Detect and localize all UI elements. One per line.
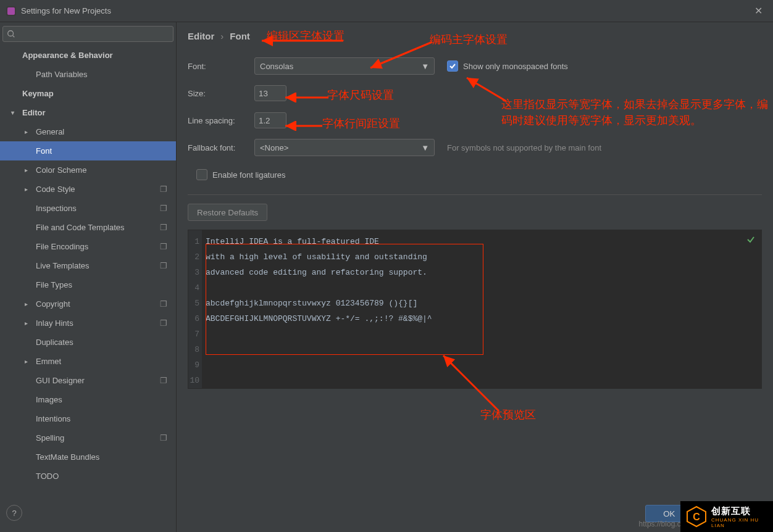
tree-item-label: Emmet <box>36 357 61 366</box>
titlebar: Settings for New Projects ✕ <box>0 0 773 22</box>
settings-tree: Appearance & BehaviorPath VariablesKeyma… <box>0 46 176 532</box>
ligatures-label: Enable font ligatures <box>212 170 286 180</box>
tree-item-label: General <box>36 127 64 136</box>
tree-item-label: Duplicates <box>36 338 73 347</box>
svg-point-2 <box>8 31 14 36</box>
tree-item-label: Code Style <box>36 185 75 194</box>
tree-item-label: Color Scheme <box>36 165 86 175</box>
sidebar-item-inlay-hints[interactable]: ▸Inlay Hints❐ <box>0 314 176 333</box>
tree-item-label: Font <box>36 146 52 156</box>
sidebar-item-live-templates[interactable]: Live Templates❐ <box>0 256 176 275</box>
show-monospaced-label: Show only monospaced fonts <box>463 62 568 71</box>
scheme-stack-icon: ❐ <box>160 223 167 232</box>
tree-item-label: File Encodings <box>36 242 88 251</box>
close-icon[interactable]: ✕ <box>750 5 767 17</box>
sidebar-item-code-style[interactable]: ▸Code Style❐ <box>0 180 176 199</box>
sidebar-item-duplicates[interactable]: Duplicates <box>0 333 176 352</box>
svg-text:C: C <box>693 512 700 522</box>
fallback-font-value: <None> <box>260 143 288 152</box>
preview-gutter: 12345678910 <box>188 230 202 388</box>
tree-item-label: Intentions <box>36 414 70 423</box>
tree-item-label: GUI Designer <box>36 376 85 385</box>
sidebar-item-emmet[interactable]: ▸Emmet <box>0 352 176 371</box>
preview-code: IntelliJ IDEA is a full-featured IDE wit… <box>202 230 436 388</box>
fallback-note: For symbols not supported by the main fo… <box>447 143 601 152</box>
line-spacing-input[interactable] <box>254 112 286 128</box>
size-input[interactable] <box>254 85 286 101</box>
sidebar-item-font[interactable]: Font <box>0 141 176 160</box>
sidebar-item-path-variables[interactable]: Path Variables <box>0 65 176 84</box>
sidebar-item-general[interactable]: ▸General <box>0 122 176 141</box>
fallback-font-select[interactable]: <None> ▼ <box>254 139 435 156</box>
sidebar-item-copyright[interactable]: ▸Copyright❐ <box>0 294 176 314</box>
scheme-stack-icon: ❐ <box>160 318 167 328</box>
sidebar-item-file-encodings[interactable]: File Encodings❐ <box>0 237 176 256</box>
tree-item-label: Images <box>36 395 62 404</box>
sidebar-item-appearance-behavior[interactable]: Appearance & Behavior <box>0 46 176 65</box>
sidebar-item-spelling[interactable]: Spelling❐ <box>0 428 176 447</box>
window-title: Settings for New Projects <box>21 6 111 15</box>
scheme-stack-icon: ❐ <box>160 261 167 270</box>
font-select[interactable]: Consolas ▼ <box>254 57 435 75</box>
sidebar-item-file-and-code-templates[interactable]: File and Code Templates❐ <box>0 218 176 237</box>
font-value: Consolas <box>260 62 293 71</box>
tree-item-label: Keymap <box>22 89 54 98</box>
breadcrumb-current: Font <box>230 31 249 41</box>
chevron-down-icon: ▼ <box>421 62 429 71</box>
divider <box>188 194 762 195</box>
sidebar-item-file-types[interactable]: File Types <box>0 275 176 294</box>
sidebar-item-textmate-bundles[interactable]: TextMate Bundles <box>0 447 176 467</box>
tree-item-label: Spelling <box>36 433 64 443</box>
scheme-stack-icon: ❐ <box>160 242 167 251</box>
tree-item-label: TODO <box>36 472 59 481</box>
tree-item-label: Live Templates <box>36 261 89 270</box>
show-monospaced-checkbox[interactable] <box>447 60 458 72</box>
font-preview: 12345678910 IntelliJ IDEA is a full-feat… <box>188 230 762 389</box>
sidebar-item-color-scheme[interactable]: ▸Color Scheme <box>0 160 176 180</box>
scheme-stack-icon: ❐ <box>160 376 167 385</box>
tree-item-label: File and Code Templates <box>36 223 125 232</box>
scheme-stack-icon: ❐ <box>160 185 167 194</box>
chevron-down-icon: ▼ <box>421 143 429 152</box>
logo-text-cn: 创新互联 <box>711 505 773 517</box>
tree-arrow-icon: ▸ <box>25 167 33 173</box>
tree-item-label: Copyright <box>36 299 70 309</box>
size-label: Size: <box>188 89 254 98</box>
sidebar-item-keymap[interactable]: Keymap <box>0 84 176 103</box>
help-button[interactable]: ? <box>6 505 22 521</box>
sidebar-item-intentions[interactable]: Intentions <box>0 409 176 428</box>
tree-arrow-icon: ▸ <box>25 301 33 307</box>
tree-arrow-icon: ▸ <box>25 128 33 135</box>
fallback-font-label: Fallback font: <box>188 143 254 152</box>
tree-item-label: File Types <box>36 280 72 289</box>
svg-line-3 <box>13 36 15 38</box>
tree-arrow-icon: ▸ <box>25 186 33 193</box>
logo-badge: C 创新互联 CHUANG XIN HU LIAN <box>680 501 773 532</box>
tree-item-label: Inlay Hints <box>36 318 73 328</box>
search-input[interactable] <box>2 26 173 42</box>
logo-text-py: CHUANG XIN HU LIAN <box>711 517 773 528</box>
font-label: Font: <box>188 62 254 71</box>
logo-hex-icon: C <box>685 505 708 528</box>
svg-rect-1 <box>7 7 15 15</box>
line-spacing-label: Line spacing: <box>188 116 254 125</box>
app-icon <box>6 6 16 16</box>
scheme-stack-icon: ❐ <box>160 433 167 443</box>
scheme-stack-icon: ❐ <box>160 204 167 213</box>
restore-defaults-button[interactable]: Restore Defaults <box>188 204 267 221</box>
sidebar-item-editor[interactable]: ▾Editor <box>0 103 176 122</box>
tree-arrow-icon: ▸ <box>25 320 33 326</box>
main-panel: Editor › Font Font: Consolas ▼ Show only… <box>177 22 773 532</box>
sidebar-item-gui-designer[interactable]: GUI Designer❐ <box>0 371 176 390</box>
breadcrumb-parent[interactable]: Editor <box>188 31 214 41</box>
checkmark-icon <box>746 235 755 246</box>
scheme-stack-icon: ❐ <box>160 299 167 309</box>
sidebar-item-inspections[interactable]: Inspections❐ <box>0 199 176 218</box>
sidebar-item-todo[interactable]: TODO <box>0 467 176 486</box>
sidebar-item-images[interactable]: Images <box>0 390 176 409</box>
tree-arrow-icon: ▾ <box>11 109 20 116</box>
sidebar: Appearance & BehaviorPath VariablesKeyma… <box>0 22 177 532</box>
ligatures-checkbox[interactable] <box>196 169 207 180</box>
tree-item-label: Inspections <box>36 204 77 213</box>
tree-item-label: Editor <box>22 108 46 117</box>
